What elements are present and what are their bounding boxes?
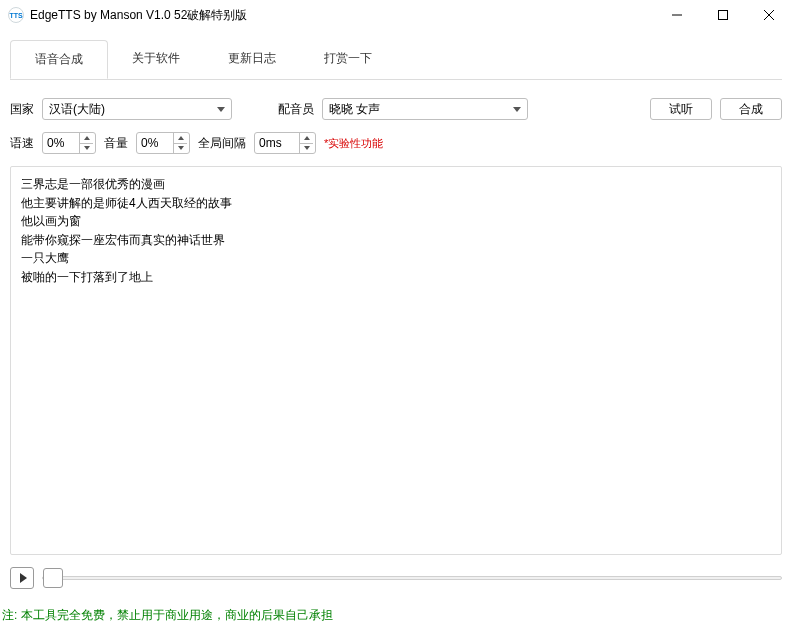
country-select[interactable]: 汉语(大陆) — [42, 98, 232, 120]
row-params: 语速 音量 全局间隔 *实验性功能 — [10, 132, 782, 154]
close-icon — [764, 10, 774, 20]
arrow-down-icon — [304, 146, 310, 150]
rate-input[interactable] — [43, 136, 79, 150]
play-button[interactable] — [10, 567, 34, 589]
play-icon — [20, 573, 27, 583]
volume-down[interactable] — [174, 144, 187, 154]
tab-donate[interactable]: 打赏一下 — [300, 40, 396, 78]
gap-input[interactable] — [255, 136, 299, 150]
window-controls — [654, 0, 792, 30]
svg-rect-1 — [719, 11, 728, 20]
tab-content: 国家 汉语(大陆) 配音员 晓晓 女声 试听 合成 语速 音量 — [10, 79, 782, 603]
preview-button[interactable]: 试听 — [650, 98, 712, 120]
row-selects: 国家 汉语(大陆) 配音员 晓晓 女声 试听 合成 — [10, 98, 782, 120]
gap-up[interactable] — [300, 133, 313, 144]
arrow-up-icon — [304, 136, 310, 140]
app-icon: TTS — [8, 7, 24, 23]
close-button[interactable] — [746, 0, 792, 30]
maximize-icon — [718, 10, 728, 20]
rate-label: 语速 — [10, 135, 34, 152]
volume-label: 音量 — [104, 135, 128, 152]
arrow-down-icon — [84, 146, 90, 150]
voice-value: 晓晓 女声 — [329, 101, 380, 118]
maximize-button[interactable] — [700, 0, 746, 30]
country-value: 汉语(大陆) — [49, 101, 105, 118]
volume-spinner[interactable] — [136, 132, 190, 154]
volume-input[interactable] — [137, 136, 173, 150]
chevron-down-icon — [217, 107, 225, 112]
gap-label: 全局间隔 — [198, 135, 246, 152]
footer-text: 本工具完全免费，禁止用于商业用途，商业的后果自己承担 — [17, 608, 332, 622]
arrow-down-icon — [178, 146, 184, 150]
window-title: EdgeTTS by Manson V1.0 52破解特别版 — [30, 7, 654, 24]
text-area-wrap — [10, 166, 782, 555]
tab-about[interactable]: 关于软件 — [108, 40, 204, 78]
progress-thumb[interactable] — [43, 568, 63, 588]
tab-tts[interactable]: 语音合成 — [10, 40, 108, 79]
footer-label: 注: — [2, 608, 17, 622]
rate-spinner[interactable] — [42, 132, 96, 154]
gap-spinner[interactable] — [254, 132, 316, 154]
experimental-note: *实验性功能 — [324, 136, 383, 151]
text-input[interactable] — [21, 175, 771, 546]
tab-changelog[interactable]: 更新日志 — [204, 40, 300, 78]
arrow-up-icon — [84, 136, 90, 140]
tab-bar: 语音合成 关于软件 更新日志 打赏一下 — [0, 30, 792, 79]
volume-up[interactable] — [174, 133, 187, 144]
rate-down[interactable] — [80, 144, 93, 154]
voice-label: 配音员 — [278, 101, 314, 118]
chevron-down-icon — [513, 107, 521, 112]
gap-down[interactable] — [300, 144, 313, 154]
voice-select[interactable]: 晓晓 女声 — [322, 98, 528, 120]
arrow-up-icon — [178, 136, 184, 140]
footer: 注: 本工具完全免费，禁止用于商业用途，商业的后果自己承担 — [0, 603, 792, 626]
minimize-icon — [672, 10, 682, 20]
synth-button[interactable]: 合成 — [720, 98, 782, 120]
titlebar: TTS EdgeTTS by Manson V1.0 52破解特别版 — [0, 0, 792, 30]
minimize-button[interactable] — [654, 0, 700, 30]
progress-track[interactable] — [42, 576, 782, 580]
player-row — [10, 567, 782, 589]
country-label: 国家 — [10, 101, 34, 118]
rate-up[interactable] — [80, 133, 93, 144]
